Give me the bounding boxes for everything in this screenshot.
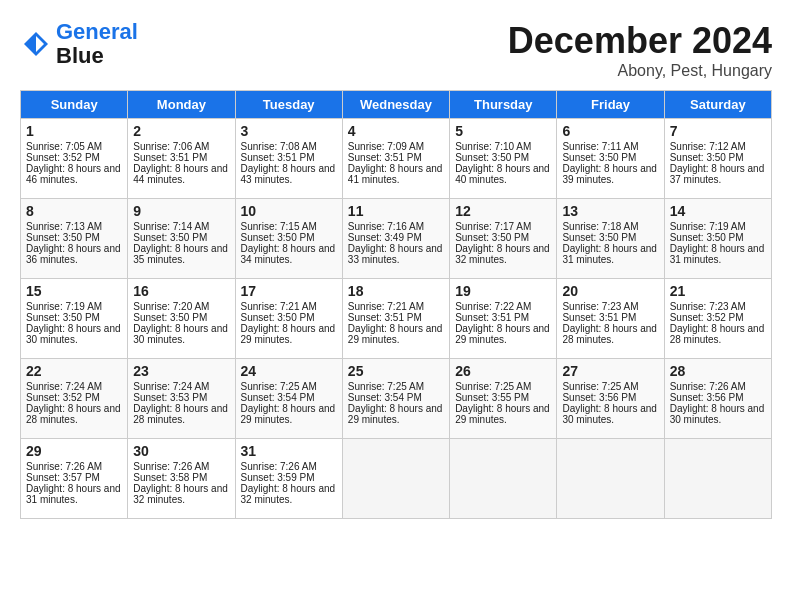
sunrise: Sunrise: 7:08 AM	[241, 141, 317, 152]
sunset: Sunset: 3:53 PM	[133, 392, 207, 403]
day-number: 21	[670, 283, 766, 299]
sunrise: Sunrise: 7:26 AM	[670, 381, 746, 392]
day-number: 15	[26, 283, 122, 299]
col-wednesday: Wednesday	[342, 91, 449, 119]
daylight: Daylight: 8 hours and 46 minutes.	[26, 163, 121, 185]
table-row: 12Sunrise: 7:17 AMSunset: 3:50 PMDayligh…	[450, 199, 557, 279]
day-number: 27	[562, 363, 658, 379]
sunrise: Sunrise: 7:13 AM	[26, 221, 102, 232]
day-number: 10	[241, 203, 337, 219]
table-row: 30Sunrise: 7:26 AMSunset: 3:58 PMDayligh…	[128, 439, 235, 519]
day-number: 5	[455, 123, 551, 139]
day-number: 19	[455, 283, 551, 299]
table-row: 8Sunrise: 7:13 AMSunset: 3:50 PMDaylight…	[21, 199, 128, 279]
col-sunday: Sunday	[21, 91, 128, 119]
table-row: 2Sunrise: 7:06 AMSunset: 3:51 PMDaylight…	[128, 119, 235, 199]
sunrise: Sunrise: 7:25 AM	[455, 381, 531, 392]
sunset: Sunset: 3:56 PM	[562, 392, 636, 403]
sunset: Sunset: 3:50 PM	[670, 152, 744, 163]
table-row: 27Sunrise: 7:25 AMSunset: 3:56 PMDayligh…	[557, 359, 664, 439]
day-number: 22	[26, 363, 122, 379]
day-number: 23	[133, 363, 229, 379]
table-row: 23Sunrise: 7:24 AMSunset: 3:53 PMDayligh…	[128, 359, 235, 439]
col-thursday: Thursday	[450, 91, 557, 119]
daylight: Daylight: 8 hours and 40 minutes.	[455, 163, 550, 185]
table-row: 3Sunrise: 7:08 AMSunset: 3:51 PMDaylight…	[235, 119, 342, 199]
sunset: Sunset: 3:49 PM	[348, 232, 422, 243]
sunset: Sunset: 3:52 PM	[26, 152, 100, 163]
sunset: Sunset: 3:50 PM	[133, 312, 207, 323]
calendar-row: 29Sunrise: 7:26 AMSunset: 3:57 PMDayligh…	[21, 439, 772, 519]
table-row: 11Sunrise: 7:16 AMSunset: 3:49 PMDayligh…	[342, 199, 449, 279]
daylight: Daylight: 8 hours and 30 minutes.	[562, 403, 657, 425]
sunrise: Sunrise: 7:19 AM	[26, 301, 102, 312]
sunset: Sunset: 3:50 PM	[562, 232, 636, 243]
day-number: 16	[133, 283, 229, 299]
table-row	[450, 439, 557, 519]
daylight: Daylight: 8 hours and 34 minutes.	[241, 243, 336, 265]
sunrise: Sunrise: 7:10 AM	[455, 141, 531, 152]
day-number: 9	[133, 203, 229, 219]
calendar-row: 22Sunrise: 7:24 AMSunset: 3:52 PMDayligh…	[21, 359, 772, 439]
daylight: Daylight: 8 hours and 32 minutes.	[133, 483, 228, 505]
table-row: 31Sunrise: 7:26 AMSunset: 3:59 PMDayligh…	[235, 439, 342, 519]
col-saturday: Saturday	[664, 91, 771, 119]
title-block: December 2024 Abony, Pest, Hungary	[508, 20, 772, 80]
sunrise: Sunrise: 7:09 AM	[348, 141, 424, 152]
col-friday: Friday	[557, 91, 664, 119]
sunset: Sunset: 3:50 PM	[455, 152, 529, 163]
table-row: 19Sunrise: 7:22 AMSunset: 3:51 PMDayligh…	[450, 279, 557, 359]
sunrise: Sunrise: 7:21 AM	[348, 301, 424, 312]
sunrise: Sunrise: 7:25 AM	[562, 381, 638, 392]
location-title: Abony, Pest, Hungary	[508, 62, 772, 80]
sunrise: Sunrise: 7:16 AM	[348, 221, 424, 232]
daylight: Daylight: 8 hours and 29 minutes.	[348, 323, 443, 345]
sunrise: Sunrise: 7:18 AM	[562, 221, 638, 232]
page-header: General Blue December 2024 Abony, Pest, …	[20, 20, 772, 80]
table-row: 18Sunrise: 7:21 AMSunset: 3:51 PMDayligh…	[342, 279, 449, 359]
calendar-row: 15Sunrise: 7:19 AMSunset: 3:50 PMDayligh…	[21, 279, 772, 359]
daylight: Daylight: 8 hours and 29 minutes.	[455, 323, 550, 345]
month-title: December 2024	[508, 20, 772, 62]
day-number: 31	[241, 443, 337, 459]
day-number: 8	[26, 203, 122, 219]
sunrise: Sunrise: 7:11 AM	[562, 141, 638, 152]
sunrise: Sunrise: 7:17 AM	[455, 221, 531, 232]
calendar-row: 1Sunrise: 7:05 AMSunset: 3:52 PMDaylight…	[21, 119, 772, 199]
table-row: 1Sunrise: 7:05 AMSunset: 3:52 PMDaylight…	[21, 119, 128, 199]
day-number: 17	[241, 283, 337, 299]
sunrise: Sunrise: 7:15 AM	[241, 221, 317, 232]
daylight: Daylight: 8 hours and 29 minutes.	[241, 323, 336, 345]
sunset: Sunset: 3:54 PM	[348, 392, 422, 403]
day-number: 1	[26, 123, 122, 139]
sunset: Sunset: 3:51 PM	[348, 312, 422, 323]
table-row: 29Sunrise: 7:26 AMSunset: 3:57 PMDayligh…	[21, 439, 128, 519]
table-row	[557, 439, 664, 519]
sunset: Sunset: 3:54 PM	[241, 392, 315, 403]
table-row: 16Sunrise: 7:20 AMSunset: 3:50 PMDayligh…	[128, 279, 235, 359]
daylight: Daylight: 8 hours and 31 minutes.	[670, 243, 765, 265]
day-number: 4	[348, 123, 444, 139]
table-row: 10Sunrise: 7:15 AMSunset: 3:50 PMDayligh…	[235, 199, 342, 279]
table-row: 28Sunrise: 7:26 AMSunset: 3:56 PMDayligh…	[664, 359, 771, 439]
sunrise: Sunrise: 7:19 AM	[670, 221, 746, 232]
daylight: Daylight: 8 hours and 41 minutes.	[348, 163, 443, 185]
day-number: 6	[562, 123, 658, 139]
sunset: Sunset: 3:50 PM	[26, 232, 100, 243]
day-number: 20	[562, 283, 658, 299]
sunset: Sunset: 3:56 PM	[670, 392, 744, 403]
table-row	[342, 439, 449, 519]
sunrise: Sunrise: 7:06 AM	[133, 141, 209, 152]
sunset: Sunset: 3:50 PM	[670, 232, 744, 243]
calendar-body: 1Sunrise: 7:05 AMSunset: 3:52 PMDaylight…	[21, 119, 772, 519]
day-number: 11	[348, 203, 444, 219]
sunrise: Sunrise: 7:25 AM	[241, 381, 317, 392]
sunset: Sunset: 3:51 PM	[348, 152, 422, 163]
sunrise: Sunrise: 7:23 AM	[562, 301, 638, 312]
calendar-row: 8Sunrise: 7:13 AMSunset: 3:50 PMDaylight…	[21, 199, 772, 279]
sunset: Sunset: 3:50 PM	[241, 232, 315, 243]
daylight: Daylight: 8 hours and 28 minutes.	[670, 323, 765, 345]
day-number: 29	[26, 443, 122, 459]
table-row: 5Sunrise: 7:10 AMSunset: 3:50 PMDaylight…	[450, 119, 557, 199]
sunset: Sunset: 3:50 PM	[455, 232, 529, 243]
